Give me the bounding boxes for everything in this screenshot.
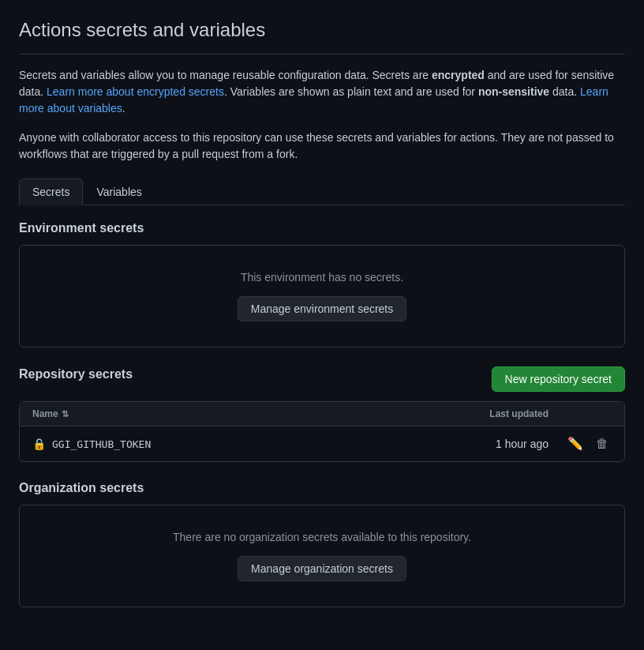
table-header: Name ⇅ Last updated: [20, 402, 624, 426]
repository-secrets-box: Name ⇅ Last updated 🔒 GGI_GITHUB_TOKEN 1…: [19, 401, 625, 462]
repository-secrets-header: Repository secrets New repository secret: [19, 366, 625, 392]
environment-secrets-title: Environment secrets: [19, 221, 625, 235]
note-text: Anyone with collaborator access to this …: [19, 130, 625, 163]
secret-name-cell: 🔒 GGI_GITHUB_TOKEN: [32, 438, 391, 450]
organization-secrets-section: Organization secrets There are no organi…: [19, 481, 625, 607]
organization-secrets-box: There are no organization secrets availa…: [19, 505, 625, 607]
encrypted-secrets-link[interactable]: Learn more about encrypted secrets: [47, 85, 224, 98]
environment-secrets-section: Environment secrets This environment has…: [19, 221, 625, 348]
organization-secrets-empty-message: There are no organization secrets availa…: [32, 531, 612, 543]
table-row: 🔒 GGI_GITHUB_TOKEN 1 hour ago ✏️ 🗑: [20, 426, 624, 461]
page-title: Actions secrets and variables: [19, 19, 625, 54]
delete-secret-button[interactable]: 🗑: [593, 434, 612, 453]
tab-variables[interactable]: Variables: [83, 178, 155, 205]
pencil-icon: ✏️: [567, 437, 583, 450]
manage-organization-secrets-button[interactable]: Manage organization secrets: [238, 556, 406, 581]
sort-icon: ⇅: [62, 409, 69, 419]
row-actions: ✏️ 🗑: [549, 434, 612, 453]
new-repository-secret-button[interactable]: New repository secret: [492, 366, 625, 392]
repository-secrets-section: Repository secrets New repository secret…: [19, 366, 625, 462]
col-actions-header: [549, 408, 612, 419]
repository-secrets-title: Repository secrets: [19, 367, 133, 381]
environment-secrets-empty-message: This environment has no secrets.: [32, 271, 612, 284]
lock-icon: 🔒: [32, 438, 46, 450]
tabs-container: Secrets Variables: [19, 178, 625, 205]
edit-secret-button[interactable]: ✏️: [564, 434, 586, 453]
trash-icon: 🗑: [596, 437, 608, 450]
last-updated-cell: 1 hour ago: [391, 438, 549, 450]
organization-secrets-title: Organization secrets: [19, 481, 625, 495]
col-name-header: Name ⇅: [32, 408, 391, 419]
tab-secrets[interactable]: Secrets: [19, 178, 83, 205]
environment-secrets-empty: This environment has no secrets. Manage …: [20, 246, 624, 347]
description-text: Secrets and variables allow you to manag…: [19, 67, 625, 117]
col-last-updated-header: Last updated: [391, 408, 549, 419]
secret-name-value: GGI_GITHUB_TOKEN: [52, 438, 151, 450]
manage-environment-secrets-button[interactable]: Manage environment secrets: [238, 296, 407, 321]
organization-secrets-empty: There are no organization secrets availa…: [20, 505, 624, 607]
environment-secrets-box: This environment has no secrets. Manage …: [19, 245, 625, 348]
